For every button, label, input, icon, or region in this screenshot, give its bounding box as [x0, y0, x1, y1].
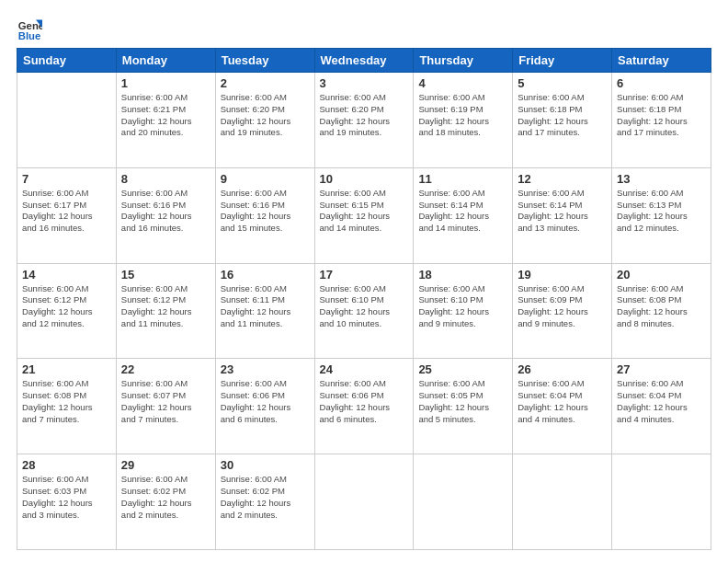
- day-info: Sunrise: 6:00 AM Sunset: 6:18 PM Dayligh…: [518, 92, 607, 139]
- calendar-cell: 1Sunrise: 6:00 AM Sunset: 6:21 PM Daylig…: [116, 73, 215, 168]
- day-info: Sunrise: 6:00 AM Sunset: 6:19 PM Dayligh…: [418, 92, 507, 139]
- day-info: Sunrise: 6:00 AM Sunset: 6:08 PM Dayligh…: [617, 283, 706, 330]
- day-number: 8: [121, 172, 210, 186]
- logo: General Blue: [17, 17, 46, 42]
- calendar-cell: 18Sunrise: 6:00 AM Sunset: 6:10 PM Dayli…: [414, 263, 513, 359]
- day-number: 19: [518, 268, 607, 282]
- day-info: Sunrise: 6:00 AM Sunset: 6:12 PM Dayligh…: [121, 283, 210, 330]
- weekday-header: Sunday: [17, 49, 117, 73]
- calendar-week-row: 7Sunrise: 6:00 AM Sunset: 6:17 PM Daylig…: [17, 167, 711, 263]
- day-number: 12: [518, 172, 607, 186]
- day-number: 3: [320, 76, 409, 90]
- day-number: 14: [22, 268, 111, 282]
- day-info: Sunrise: 6:00 AM Sunset: 6:10 PM Dayligh…: [320, 283, 409, 330]
- day-info: Sunrise: 6:00 AM Sunset: 6:20 PM Dayligh…: [221, 92, 310, 139]
- day-number: 18: [418, 268, 507, 282]
- weekday-header: Saturday: [612, 49, 711, 73]
- calendar-cell: 22Sunrise: 6:00 AM Sunset: 6:07 PM Dayli…: [116, 359, 215, 454]
- day-info: Sunrise: 6:00 AM Sunset: 6:14 PM Dayligh…: [518, 188, 607, 235]
- day-number: 11: [418, 172, 507, 186]
- calendar-cell: 25Sunrise: 6:00 AM Sunset: 6:05 PM Dayli…: [414, 359, 513, 454]
- calendar-cell: 10Sunrise: 6:00 AM Sunset: 6:15 PM Dayli…: [314, 167, 414, 263]
- calendar-cell: 6Sunrise: 6:00 AM Sunset: 6:18 PM Daylig…: [612, 73, 711, 168]
- day-info: Sunrise: 6:00 AM Sunset: 6:08 PM Dayligh…: [22, 378, 111, 425]
- calendar-cell: 24Sunrise: 6:00 AM Sunset: 6:06 PM Dayli…: [314, 359, 414, 454]
- day-number: 20: [617, 268, 706, 282]
- day-number: 24: [320, 362, 409, 376]
- calendar-cell: 19Sunrise: 6:00 AM Sunset: 6:09 PM Dayli…: [513, 263, 612, 359]
- day-info: Sunrise: 6:00 AM Sunset: 6:07 PM Dayligh…: [121, 378, 210, 425]
- calendar-cell: 8Sunrise: 6:00 AM Sunset: 6:16 PM Daylig…: [116, 167, 215, 263]
- calendar-cell: 14Sunrise: 6:00 AM Sunset: 6:12 PM Dayli…: [17, 263, 117, 359]
- calendar-cell: 30Sunrise: 6:00 AM Sunset: 6:02 PM Dayli…: [215, 454, 314, 550]
- calendar-cell: 17Sunrise: 6:00 AM Sunset: 6:10 PM Dayli…: [314, 263, 414, 359]
- weekday-header: Monday: [116, 49, 215, 73]
- calendar-cell: 20Sunrise: 6:00 AM Sunset: 6:08 PM Dayli…: [612, 263, 711, 359]
- weekday-header: Friday: [513, 49, 612, 73]
- day-number: 17: [320, 268, 409, 282]
- calendar-cell: 27Sunrise: 6:00 AM Sunset: 6:04 PM Dayli…: [612, 359, 711, 454]
- day-info: Sunrise: 6:00 AM Sunset: 6:09 PM Dayligh…: [518, 283, 607, 330]
- calendar-cell: 2Sunrise: 6:00 AM Sunset: 6:20 PM Daylig…: [215, 73, 314, 168]
- weekday-header: Wednesday: [314, 49, 414, 73]
- day-number: 15: [121, 268, 210, 282]
- calendar-cell: 23Sunrise: 6:00 AM Sunset: 6:06 PM Dayli…: [215, 359, 314, 454]
- header: General Blue: [17, 17, 711, 42]
- calendar-week-row: 14Sunrise: 6:00 AM Sunset: 6:12 PM Dayli…: [17, 263, 711, 359]
- calendar-cell: 26Sunrise: 6:00 AM Sunset: 6:04 PM Dayli…: [513, 359, 612, 454]
- day-number: 2: [221, 76, 310, 90]
- calendar-week-row: 1Sunrise: 6:00 AM Sunset: 6:21 PM Daylig…: [17, 73, 711, 168]
- calendar-table: SundayMondayTuesdayWednesdayThursdayFrid…: [17, 48, 711, 550]
- calendar-cell: 11Sunrise: 6:00 AM Sunset: 6:14 PM Dayli…: [414, 167, 513, 263]
- calendar-week-row: 28Sunrise: 6:00 AM Sunset: 6:03 PM Dayli…: [17, 454, 711, 550]
- calendar-cell: 13Sunrise: 6:00 AM Sunset: 6:13 PM Dayli…: [612, 167, 711, 263]
- calendar-week-row: 21Sunrise: 6:00 AM Sunset: 6:08 PM Dayli…: [17, 359, 711, 454]
- day-number: 30: [221, 458, 310, 472]
- calendar-cell: 29Sunrise: 6:00 AM Sunset: 6:02 PM Dayli…: [116, 454, 215, 550]
- weekday-header: Thursday: [414, 49, 513, 73]
- day-info: Sunrise: 6:00 AM Sunset: 6:17 PM Dayligh…: [22, 188, 111, 235]
- calendar-cell: 21Sunrise: 6:00 AM Sunset: 6:08 PM Dayli…: [17, 359, 117, 454]
- day-number: 10: [320, 172, 409, 186]
- day-number: 4: [418, 76, 507, 90]
- day-number: 28: [22, 458, 111, 472]
- calendar-cell: 28Sunrise: 6:00 AM Sunset: 6:03 PM Dayli…: [17, 454, 117, 550]
- logo-icon: General Blue: [17, 17, 42, 42]
- day-number: 23: [221, 362, 310, 376]
- day-info: Sunrise: 6:00 AM Sunset: 6:02 PM Dayligh…: [221, 474, 310, 521]
- day-info: Sunrise: 6:00 AM Sunset: 6:21 PM Dayligh…: [121, 92, 210, 139]
- day-info: Sunrise: 6:00 AM Sunset: 6:04 PM Dayligh…: [518, 378, 607, 425]
- calendar-cell: 16Sunrise: 6:00 AM Sunset: 6:11 PM Dayli…: [215, 263, 314, 359]
- day-info: Sunrise: 6:00 AM Sunset: 6:05 PM Dayligh…: [418, 378, 507, 425]
- day-info: Sunrise: 6:00 AM Sunset: 6:18 PM Dayligh…: [617, 92, 706, 139]
- day-info: Sunrise: 6:00 AM Sunset: 6:14 PM Dayligh…: [418, 188, 507, 235]
- day-number: 6: [617, 76, 706, 90]
- day-number: 7: [22, 172, 111, 186]
- day-number: 27: [617, 362, 706, 376]
- day-number: 21: [22, 362, 111, 376]
- calendar-cell: 3Sunrise: 6:00 AM Sunset: 6:20 PM Daylig…: [314, 73, 414, 168]
- day-info: Sunrise: 6:00 AM Sunset: 6:16 PM Dayligh…: [221, 188, 310, 235]
- day-number: 29: [121, 458, 210, 472]
- calendar-cell: [314, 454, 414, 550]
- calendar-cell: [612, 454, 711, 550]
- day-info: Sunrise: 6:00 AM Sunset: 6:12 PM Dayligh…: [22, 283, 111, 330]
- calendar-cell: [17, 73, 117, 168]
- day-number: 9: [221, 172, 310, 186]
- calendar-cell: 7Sunrise: 6:00 AM Sunset: 6:17 PM Daylig…: [17, 167, 117, 263]
- day-info: Sunrise: 6:00 AM Sunset: 6:06 PM Dayligh…: [221, 378, 310, 425]
- day-info: Sunrise: 6:00 AM Sunset: 6:11 PM Dayligh…: [221, 283, 310, 330]
- day-number: 13: [617, 172, 706, 186]
- calendar-cell: [513, 454, 612, 550]
- calendar-cell: 4Sunrise: 6:00 AM Sunset: 6:19 PM Daylig…: [414, 73, 513, 168]
- day-info: Sunrise: 6:00 AM Sunset: 6:02 PM Dayligh…: [121, 474, 210, 521]
- svg-text:Blue: Blue: [18, 30, 41, 41]
- day-number: 1: [121, 76, 210, 90]
- day-info: Sunrise: 6:00 AM Sunset: 6:04 PM Dayligh…: [617, 378, 706, 425]
- calendar-cell: 9Sunrise: 6:00 AM Sunset: 6:16 PM Daylig…: [215, 167, 314, 263]
- day-info: Sunrise: 6:00 AM Sunset: 6:03 PM Dayligh…: [22, 474, 111, 521]
- day-info: Sunrise: 6:00 AM Sunset: 6:15 PM Dayligh…: [320, 188, 409, 235]
- weekday-header: Tuesday: [215, 49, 314, 73]
- day-info: Sunrise: 6:00 AM Sunset: 6:06 PM Dayligh…: [320, 378, 409, 425]
- day-number: 22: [121, 362, 210, 376]
